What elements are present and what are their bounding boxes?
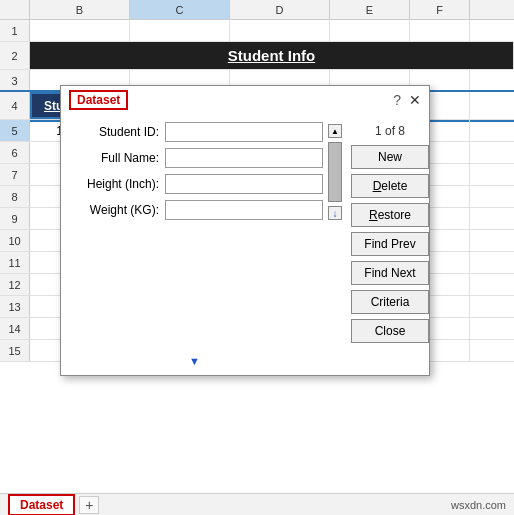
field-label-student-id: Student ID: [69, 125, 159, 139]
row-num-4: 4 [0, 92, 30, 119]
dialog-footer: ▼ [61, 351, 429, 375]
find-next-label: Find Next [364, 266, 415, 280]
row-num-5: 5 [0, 120, 30, 141]
cell-title: Student Info [30, 42, 514, 69]
find-next-button[interactable]: Find Next [351, 261, 429, 285]
scroll-thumb[interactable] [328, 142, 342, 202]
field-input-full-name[interactable] [165, 148, 323, 168]
field-input-weight[interactable] [165, 200, 323, 220]
scroll-up-arrow[interactable]: ▲ [328, 124, 342, 138]
delete-label: Delete [373, 179, 408, 193]
col-header-b: B [30, 0, 130, 19]
col-header-f: F [410, 0, 470, 19]
tab-add-button[interactable]: + [79, 496, 99, 514]
find-prev-label: Find Prev [364, 237, 415, 251]
col-header-c: C [130, 0, 230, 19]
spreadsheet: B C D E F 1 2 Student Info 3 [0, 0, 514, 515]
cell-c1[interactable] [130, 20, 230, 41]
record-info: 1 of 8 [351, 122, 429, 140]
dialog-title: Dataset [69, 90, 128, 110]
column-header-row: B C D E F [0, 0, 514, 20]
restore-button[interactable]: Restore [351, 203, 429, 227]
find-prev-button[interactable]: Find Prev [351, 232, 429, 256]
row-num-3: 3 [0, 70, 30, 91]
scroll-down-arrow[interactable]: ↓ [328, 206, 342, 220]
field-label-weight: Weight (KG): [69, 203, 159, 217]
field-input-student-id[interactable] [165, 122, 323, 142]
cell-e1[interactable] [330, 20, 410, 41]
dialog-close-icon[interactable]: ✕ [409, 92, 421, 108]
cell-f1[interactable] [410, 20, 470, 41]
row-num-8: 8 [0, 186, 30, 207]
row-num-14: 14 [0, 318, 30, 339]
delete-button[interactable]: Delete [351, 174, 429, 198]
form-area: Student ID: Full Name: Height (Inch): We… [69, 122, 343, 343]
col-header-e: E [330, 0, 410, 19]
dialog-button-panel: 1 of 8 New Delete Restore Find Prev Find… [351, 122, 429, 343]
tab-bar: Dataset + wsxdn.com [0, 493, 514, 515]
row-num-6: 6 [0, 142, 30, 163]
form-row-height: Height (Inch): [69, 174, 323, 194]
new-button-label: New [378, 150, 402, 164]
cell-b1[interactable] [30, 20, 130, 41]
data-form-dialog: Dataset ? ✕ Student ID: Full Name: [60, 85, 430, 376]
row-num-13: 13 [0, 296, 30, 317]
row-1: 1 [0, 20, 514, 42]
spreadsheet-title: Student Info [228, 47, 315, 64]
dialog-form: Student ID: Full Name: Height (Inch): We… [69, 122, 323, 343]
row-num-12: 12 [0, 274, 30, 295]
new-button[interactable]: New [351, 145, 429, 169]
corner-cell [0, 0, 30, 19]
form-row-full-name: Full Name: [69, 148, 323, 168]
tab-right-info: wsxdn.com [451, 499, 506, 511]
row-num-1: 1 [0, 20, 30, 41]
row-num-9: 9 [0, 208, 30, 229]
field-input-height[interactable] [165, 174, 323, 194]
row-2: 2 Student Info [0, 42, 514, 70]
form-row-weight: Weight (KG): [69, 200, 323, 220]
criteria-label: Criteria [371, 295, 410, 309]
form-scrollbar: ▲ ↓ [327, 122, 343, 343]
form-row-student-id: Student ID: [69, 122, 323, 142]
close-button[interactable]: Close [351, 319, 429, 343]
field-label-full-name: Full Name: [69, 151, 159, 165]
close-label: Close [375, 324, 406, 338]
row-num-15: 15 [0, 340, 30, 361]
cell-d1[interactable] [230, 20, 330, 41]
dialog-titlebar-right: ? ✕ [393, 92, 421, 108]
row-num-10: 10 [0, 230, 30, 251]
dialog-question-mark[interactable]: ? [393, 92, 401, 108]
col-header-d: D [230, 0, 330, 19]
tab-dataset[interactable]: Dataset [8, 494, 75, 516]
criteria-button[interactable]: Criteria [351, 290, 429, 314]
row-num-11: 11 [0, 252, 30, 273]
scroll-down-bottom-arrow[interactable]: ▼ [189, 355, 200, 367]
row-num-2: 2 [0, 42, 30, 69]
field-label-height: Height (Inch): [69, 177, 159, 191]
row-num-7: 7 [0, 164, 30, 185]
restore-label: Restore [369, 208, 411, 222]
dialog-titlebar: Dataset ? ✕ [61, 86, 429, 114]
dialog-body: Student ID: Full Name: Height (Inch): We… [61, 114, 429, 351]
